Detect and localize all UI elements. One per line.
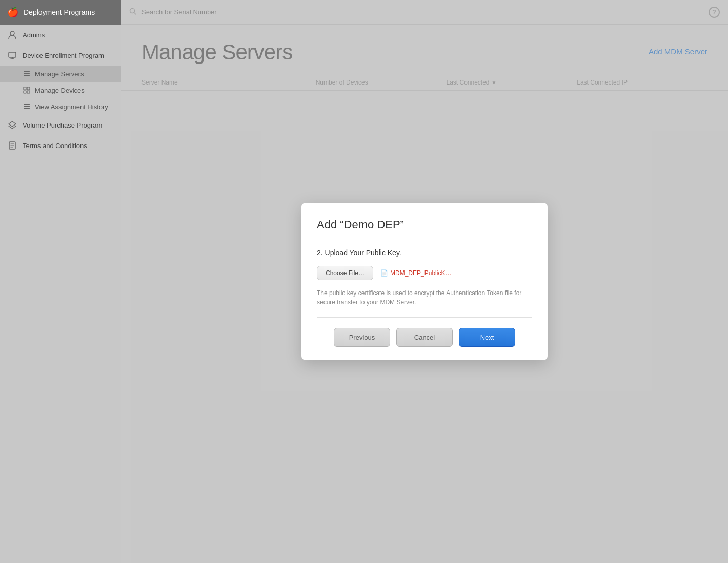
apple-icon: 🍎	[7, 7, 18, 18]
manage-servers-label: Manage Servers	[35, 70, 84, 78]
file-icon: 📄	[380, 269, 388, 277]
svg-rect-11	[24, 108, 30, 109]
main-content: ? Manage Servers Add MDM Server Server N…	[121, 0, 728, 563]
svg-rect-8	[27, 91, 30, 93]
history-list-icon	[23, 102, 31, 111]
dialog-step-label: 2. Upload Your Public Key.	[317, 248, 532, 257]
dialog-file-row: Choose File… 📄 MDM_DEP_PublicK…	[317, 266, 532, 280]
svg-rect-3	[24, 73, 30, 74]
view-assignment-history-label: View Assignment History	[35, 103, 108, 111]
sidebar-header: 🍎 Deployment Programs	[0, 0, 121, 25]
terms-label: Terms and Conditions	[23, 142, 87, 150]
dep-label: Device Enrollment Program	[23, 52, 104, 59]
sidebar-subitem-view-assignment-history[interactable]: View Assignment History	[0, 98, 121, 115]
svg-rect-5	[24, 87, 26, 90]
sidebar-item-dep[interactable]: Device Enrollment Program	[0, 45, 121, 66]
vpp-label: Volume Purchase Program	[23, 121, 102, 129]
selected-file-name: 📄 MDM_DEP_PublicK…	[380, 269, 451, 277]
person-icon	[7, 30, 17, 40]
device-icon	[7, 50, 17, 60]
dialog-overlay: Add “Demo DEP” 2. Upload Your Public Key…	[121, 0, 728, 563]
list-icon	[23, 70, 31, 78]
manage-devices-label: Manage Devices	[35, 87, 85, 94]
grid-icon	[23, 86, 31, 94]
vpp-icon	[7, 120, 17, 130]
dialog-title: Add “Demo DEP”	[317, 218, 532, 240]
sidebar-item-terms[interactable]: Terms and Conditions	[0, 135, 121, 156]
dialog: Add “Demo DEP” 2. Upload Your Public Key…	[301, 203, 548, 360]
next-button[interactable]: Next	[459, 328, 515, 347]
svg-rect-4	[24, 75, 30, 76]
previous-button[interactable]: Previous	[334, 328, 390, 347]
svg-rect-6	[27, 87, 30, 90]
sidebar-subitem-manage-servers[interactable]: Manage Servers	[0, 66, 121, 82]
dialog-description: The public key certificate is used to en…	[317, 288, 532, 318]
svg-rect-2	[24, 71, 30, 72]
svg-rect-7	[24, 91, 26, 93]
svg-rect-10	[24, 106, 30, 107]
choose-file-button[interactable]: Choose File…	[317, 266, 373, 280]
sidebar-item-vpp[interactable]: Volume Purchase Program	[0, 115, 121, 135]
sidebar: 🍎 Deployment Programs Admins Device Enro…	[0, 0, 121, 563]
dialog-buttons: Previous Cancel Next	[317, 328, 532, 347]
sidebar-title: Deployment Programs	[24, 8, 95, 16]
cancel-button[interactable]: Cancel	[396, 328, 453, 347]
svg-rect-9	[24, 104, 30, 105]
svg-point-0	[10, 31, 14, 35]
doc-icon	[7, 140, 17, 151]
svg-rect-1	[9, 52, 16, 57]
sidebar-subitem-manage-devices[interactable]: Manage Devices	[0, 82, 121, 98]
admins-label: Admins	[23, 31, 45, 39]
sidebar-item-admins[interactable]: Admins	[0, 25, 121, 45]
